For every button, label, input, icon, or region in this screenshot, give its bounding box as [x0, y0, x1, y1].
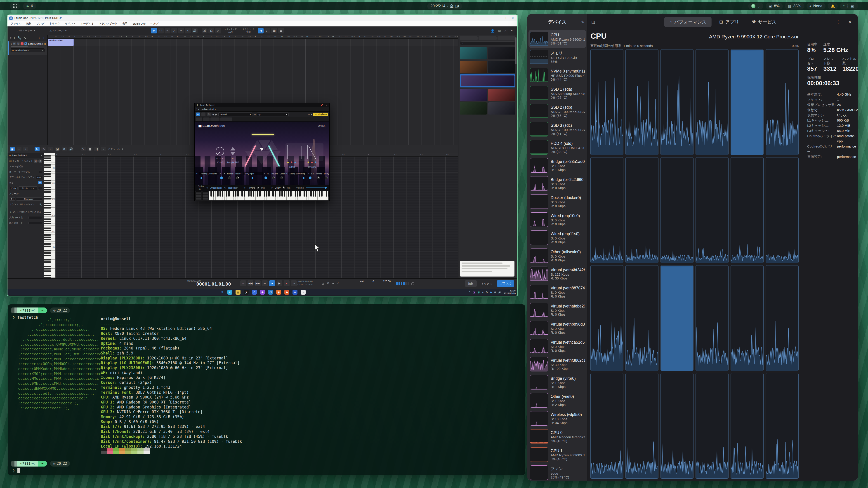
delay-mix-knob[interactable] — [283, 186, 285, 189]
reverb-power[interactable]: ⏻ — [244, 187, 245, 189]
inspector-header[interactable]: ▦ Lead Architect ▾ — [7, 153, 44, 158]
keyboard-icon[interactable]: ▦ — [88, 147, 92, 151]
arrange-ruler[interactable]: 11.21.31.422.22.32.433.23.33.444.24.34.4… — [48, 35, 518, 39]
ed-pencil-tool[interactable]: ✎ — [41, 147, 46, 151]
magnet-icon[interactable]: Ω — [209, 28, 214, 33]
mute-tool[interactable]: ✕ — [185, 28, 191, 33]
browser-thumbnail[interactable] — [460, 61, 487, 73]
controls-dropdown[interactable]: コントロール▾ — [49, 29, 67, 32]
quantize-selector[interactable]: クオンタイズ1/16 — [222, 28, 239, 33]
solo-button[interactable]: S — [17, 42, 20, 45]
track-layers-icon[interactable]: ⫶ — [39, 36, 39, 40]
edit-view-button[interactable]: 編集 — [465, 281, 477, 287]
sidebar-device-cpu[interactable]: CPUAMD Ryzen 9 9900X 12-...8% (61 °C) — [528, 30, 586, 48]
ed-line-tool[interactable]: ∕ — [48, 147, 53, 151]
sidebar-device-virtual-vethca51d51-[interactable]: Virtual (vethca51d51)S: 0 KbpsR: 0 Kbps — [528, 337, 586, 355]
tray-network-icon[interactable]: ⌗ — [494, 291, 496, 294]
taskbar-terminal-icon[interactable]: ❯ — [244, 290, 249, 295]
browse-view-button[interactable]: ブラウズ — [497, 281, 514, 287]
notifications-button[interactable]: 🔔 — [828, 3, 838, 9]
terminal-window[interactable]: <*)))>< ~ ◷20:22 ❯ fastfetch .',;::::;,'… — [8, 304, 525, 475]
variation-tool-icon[interactable]: 🔧 — [39, 203, 42, 206]
play-button[interactable]: ▶ — [276, 281, 282, 286]
plugin-keyboard[interactable] — [195, 191, 329, 201]
shift-up-button[interactable] — [230, 147, 235, 151]
taskbar-music-icon[interactable]: ♪ — [301, 290, 306, 295]
range-tool[interactable]: ⬚ — [158, 28, 164, 33]
velocity-field[interactable]: 80% — [35, 176, 42, 179]
shift-down-button[interactable] — [230, 152, 235, 156]
edit-devices-icon[interactable]: ✎ — [581, 20, 584, 24]
clock-button[interactable]: 20:25:14 • 金 19 — [427, 3, 462, 9]
sidebar-device--[interactable]: ファンedge25% (49 °C) — [528, 464, 586, 481]
macro-bar[interactable] — [252, 134, 274, 135]
sidebar-device-other-vnet0-[interactable]: Other (vnet0)S: 1 KbpsR: 2 Kbps — [528, 391, 586, 410]
sidebar-device-other-tailscale0-[interactable]: Other (tailscale0)S: 0 KbpsR: 0 Kbps — [528, 247, 586, 265]
rep-power[interactable]: ⏻ — [224, 187, 226, 189]
loop-button[interactable]: ∞ — [291, 281, 297, 286]
track-info-icon[interactable]: i — [14, 36, 15, 39]
tray-mic-icon[interactable]: ♦ — [482, 291, 484, 294]
routing-selector[interactable]: ◎▾ — [257, 112, 289, 116]
sidebar-device-gpu-1[interactable]: GPU 1AMD Ryzen 9 9900X 12-...0% (46 °C) — [528, 446, 586, 464]
grid-selector[interactable]: 1/16 ▾ — [9, 187, 18, 190]
insp-solo[interactable]: S — [38, 160, 42, 163]
browser-thumbnail[interactable] — [460, 89, 487, 101]
distro-updates-button[interactable]: ⌄ — [748, 3, 763, 9]
quantize-icon[interactable]: Q — [94, 147, 99, 151]
sidebar-device-wired-enp11s0-[interactable]: Wired (enp11s0)S: 0 KbpsR: 0 Kbps — [528, 229, 586, 247]
repeater-toggle[interactable]: Repeater — [228, 187, 238, 189]
osc-knob[interactable] — [236, 176, 239, 180]
taskbar-clock[interactable]: 20:25 2025/12/19 — [504, 289, 516, 295]
plugin-view-chip[interactable] — [196, 118, 202, 121]
sidebar-device-virtual-vethb898d3-[interactable]: Virtual (vethb898d3...S: 0 KbpsR: 0 Kbps — [528, 319, 586, 337]
osc-knob[interactable] — [309, 176, 311, 180]
osc-triangle-main[interactable] — [253, 151, 270, 164]
ed-mute-tool[interactable]: ✕ — [62, 147, 67, 151]
ed-arrow-tool[interactable]: ➤ — [35, 147, 39, 151]
sidebar-device-virtual-veth4bf342b-[interactable]: Virtual (veth4bf342b)S: 122 KbpsR: 30 Kb… — [528, 265, 586, 283]
action-dropdown[interactable]: アクション▾ — [108, 147, 123, 151]
zoom-icon[interactable]: ⌕ — [215, 28, 221, 33]
menu-item[interactable]: ヘルプ — [151, 22, 158, 25]
record-button[interactable]: ● — [284, 281, 289, 286]
input-icon[interactable]: ⇥ — [332, 282, 334, 285]
minimize-button[interactable]: ─ — [496, 17, 498, 20]
taskbar-ime-icon[interactable]: A — [252, 290, 257, 295]
transport-offset[interactable]: 0 — [373, 280, 374, 283]
osc-power[interactable]: ⏻ — [196, 172, 198, 175]
sidebar-toggle-icon[interactable]: ◫ — [591, 20, 595, 24]
layers-toggle[interactable]: ≣ — [278, 28, 284, 33]
pencil-tool[interactable]: ✎ — [164, 28, 170, 33]
precount-icon[interactable]: ⚙ — [327, 282, 329, 285]
sidebar-device-wired-enp10s0-[interactable]: Wired (enp10s0)S: 0 KbpsR: 0 Kbps — [528, 210, 586, 229]
browser-tab[interactable] — [478, 36, 496, 40]
record-arm-button[interactable]: ● — [21, 42, 24, 45]
plugin-power-toggle[interactable]: ⏻ — [196, 112, 200, 116]
current-chord-field[interactable] — [29, 222, 42, 224]
tray-app-icon[interactable]: ◪ — [473, 291, 475, 294]
menu-button[interactable]: ⋮ — [834, 18, 842, 26]
browser-scrollbar[interactable] — [515, 37, 517, 64]
osc-knob[interactable] — [228, 176, 231, 180]
osc-selector[interactable]: Analog Swimming — [288, 172, 307, 175]
window-close-button[interactable]: ✕ — [846, 18, 854, 26]
menu-item[interactable]: トランスポート — [99, 22, 117, 25]
tray-app-icon[interactable]: ◉ — [477, 291, 480, 294]
sidebar-device-bridge-br-2c2d6f0-[interactable]: Bridge (br-2c2d6f0...S: 0 KbpsR: 0 Kbps — [528, 174, 586, 193]
sidebar-device-ssd-3-sdc-[interactable]: SSD 3 (sdc)ATA CT1000MX500SSD10% (41 °C) — [528, 120, 586, 138]
sidebar-device-virtual-vethafebe20-[interactable]: Virtual (vethafebe20)S: 0 KbpsR: 0 Kbps — [528, 301, 586, 319]
quick-settings-button[interactable]: ⟟ ᛒ 🔉 — [840, 3, 858, 9]
macro-icon[interactable]: ⑂ — [101, 147, 106, 151]
sidebar-device--[interactable]: メモリ43.1 GiB 123 GiB35% — [528, 48, 586, 66]
osc-knob[interactable] — [281, 176, 283, 180]
tab-apps[interactable]: ⊞アプリ — [714, 17, 744, 27]
goto-start-button[interactable]: ⏮ — [240, 281, 246, 286]
listen-tool[interactable]: 🔊 — [192, 28, 197, 33]
monitor-button[interactable]: 🔊 — [24, 42, 27, 45]
sidebar-device-ssd-1-sda-[interactable]: SSD 1 (sda)ATA Samsung SSD 8700% (25 °C) — [528, 84, 586, 102]
delay-power[interactable]: ⏻ — [271, 187, 272, 189]
osc-slider[interactable] — [196, 178, 216, 178]
user-icon[interactable]: 👤 — [491, 29, 494, 33]
sidebar-device-virtual-veth8876747-[interactable]: Virtual (veth8876747)S: 0 KbpsR: 0 Kbps — [528, 283, 586, 301]
